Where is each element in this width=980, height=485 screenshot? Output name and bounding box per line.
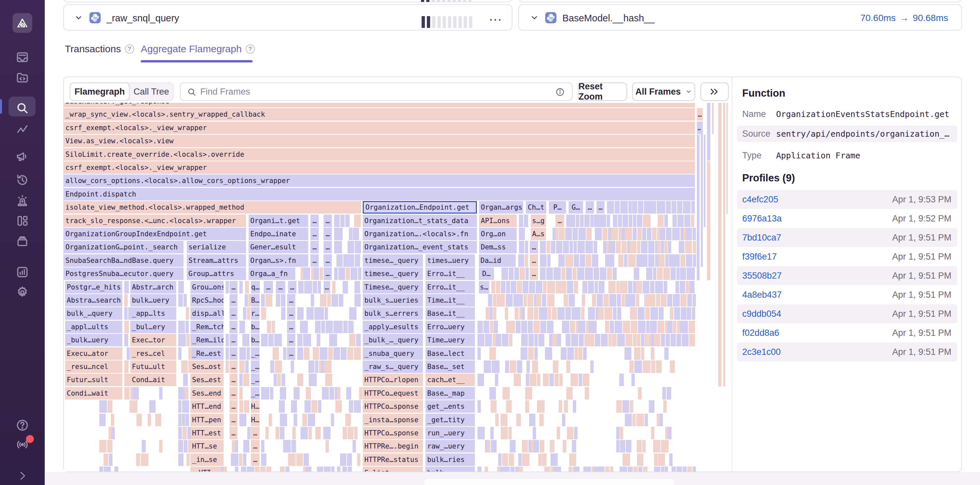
flame-frame[interactable]	[266, 467, 271, 472]
flame-frame[interactable]	[633, 215, 636, 227]
flame-frame[interactable]	[521, 321, 527, 333]
flame-frame[interactable]	[566, 215, 570, 227]
flame-frame[interactable]	[210, 467, 214, 472]
flame-frame[interactable]	[502, 334, 508, 346]
flame-frame[interactable]: HTTPCo…sponse	[363, 427, 423, 439]
flame-frame[interactable]	[239, 374, 243, 386]
chevron-down-icon[interactable]	[74, 13, 83, 22]
flame-frame[interactable]: Condi…wait	[65, 387, 123, 399]
flame-frame[interactable]	[124, 387, 130, 399]
flame-frame[interactable]	[594, 467, 597, 472]
flame-frame[interactable]	[551, 241, 555, 254]
flame-frame[interactable]	[317, 307, 324, 320]
flame-frame[interactable]	[358, 215, 361, 227]
flame-frame[interactable]	[552, 307, 557, 320]
flame-frame[interactable]	[245, 281, 249, 293]
flame-frame[interactable]	[224, 467, 227, 472]
flame-frame[interactable]	[656, 360, 661, 373]
flame-frame[interactable]	[313, 347, 319, 360]
flame-frame[interactable]	[563, 440, 566, 452]
flame-frame[interactable]	[620, 427, 623, 439]
flame-frame[interactable]: View.as_view.<locals>.view	[64, 135, 695, 147]
flame-frame[interactable]	[595, 254, 598, 267]
flame-frame[interactable]	[570, 321, 576, 333]
flame-frame[interactable]	[593, 268, 599, 280]
flame-frame[interactable]	[585, 387, 589, 399]
flame-frame[interactable]	[540, 268, 546, 280]
flame-frame[interactable]: s…	[479, 281, 489, 293]
flame-frame[interactable]	[574, 281, 578, 293]
flame-frame[interactable]	[607, 215, 610, 227]
flame-frame[interactable]	[612, 334, 617, 346]
flame-frame[interactable]	[510, 360, 517, 373]
flame-frame[interactable]	[159, 387, 162, 399]
flame-frame[interactable]	[633, 228, 637, 240]
flame-frame[interactable]: _bulk_…_query	[363, 334, 423, 346]
flame-frame[interactable]: bulk…	[426, 467, 475, 472]
flame-frame[interactable]	[625, 294, 628, 307]
flame-frame[interactable]	[247, 427, 251, 439]
flame-frame[interactable]	[693, 241, 696, 254]
flame-frame[interactable]	[340, 453, 347, 466]
flame-frame[interactable]	[329, 387, 334, 399]
flame-frame[interactable]: RpcS…hod	[191, 294, 224, 307]
flame-frame[interactable]	[178, 347, 181, 360]
tab-transactions[interactable]: Transactions ?	[65, 43, 134, 55]
flame-frame[interactable]	[605, 467, 609, 472]
flame-frame[interactable]	[149, 400, 156, 413]
flame-frame[interactable]: _in…se	[191, 453, 224, 466]
flame-frame[interactable]	[355, 254, 360, 267]
flame-frame[interactable]	[491, 400, 496, 413]
flame-frame-selected[interactable]: Organization…Endpoint.get	[363, 201, 477, 214]
flame-frame[interactable]	[317, 321, 321, 333]
flame-frame[interactable]	[650, 321, 657, 333]
flame-frame[interactable]	[533, 427, 536, 439]
flame-frame[interactable]	[664, 241, 668, 254]
flame-frame[interactable]	[281, 307, 285, 320]
flame-frame[interactable]	[656, 467, 660, 472]
flame-frame[interactable]	[297, 307, 304, 320]
flame-frame[interactable]	[557, 268, 561, 280]
flame-frame[interactable]	[488, 294, 492, 307]
flame-frame[interactable]: _res…cel	[130, 347, 176, 360]
flame-frame[interactable]	[559, 374, 563, 386]
flame-frame[interactable]	[556, 241, 562, 254]
flame-frame[interactable]: …	[229, 294, 237, 307]
flame-frame[interactable]	[618, 215, 622, 227]
view-toggle-flamegraph[interactable]: Flamegraph	[70, 82, 130, 101]
flame-frame[interactable]	[493, 307, 496, 320]
flame-frame[interactable]: bulk_s…errers	[363, 307, 423, 320]
flame-frame[interactable]: …	[229, 414, 237, 426]
flame-frame[interactable]	[586, 228, 592, 240]
flame-frame[interactable]	[690, 268, 695, 280]
flame-frame[interactable]	[622, 215, 628, 227]
flame-frame[interactable]: HTTPCo…sponse	[363, 400, 423, 413]
flame-frame[interactable]	[515, 321, 520, 333]
flame-frame[interactable]: Timese…_query	[363, 281, 423, 293]
flame-frame[interactable]	[610, 467, 613, 472]
flame-frame[interactable]	[527, 360, 530, 373]
flame-frame[interactable]: …	[324, 268, 332, 280]
flame-frame[interactable]: …	[287, 347, 295, 360]
flame-frame[interactable]	[611, 228, 618, 240]
flame-frame[interactable]	[506, 294, 513, 307]
flame-frame[interactable]: Dem…ss	[479, 241, 517, 254]
flame-frame[interactable]	[493, 294, 496, 307]
flame-frame[interactable]	[664, 215, 668, 227]
flame-frame[interactable]	[288, 453, 296, 466]
flame-frame[interactable]	[261, 453, 266, 466]
flame-frame[interactable]: Organ…s>.fn	[249, 254, 308, 267]
flame-frame[interactable]	[573, 467, 580, 472]
flame-frame[interactable]	[528, 347, 534, 360]
flame-frame[interactable]	[655, 281, 663, 293]
flame-frame[interactable]	[304, 400, 310, 413]
flame-frame[interactable]	[637, 241, 640, 254]
flame-frame[interactable]	[538, 453, 542, 466]
flame-frame[interactable]	[186, 414, 189, 426]
flame-frame[interactable]	[678, 215, 683, 227]
flame-frame[interactable]	[107, 440, 113, 452]
flame-frame[interactable]	[226, 281, 229, 293]
flame-frame[interactable]	[543, 281, 547, 293]
flame-frame[interactable]	[336, 400, 342, 413]
flame-frame[interactable]	[626, 440, 632, 452]
